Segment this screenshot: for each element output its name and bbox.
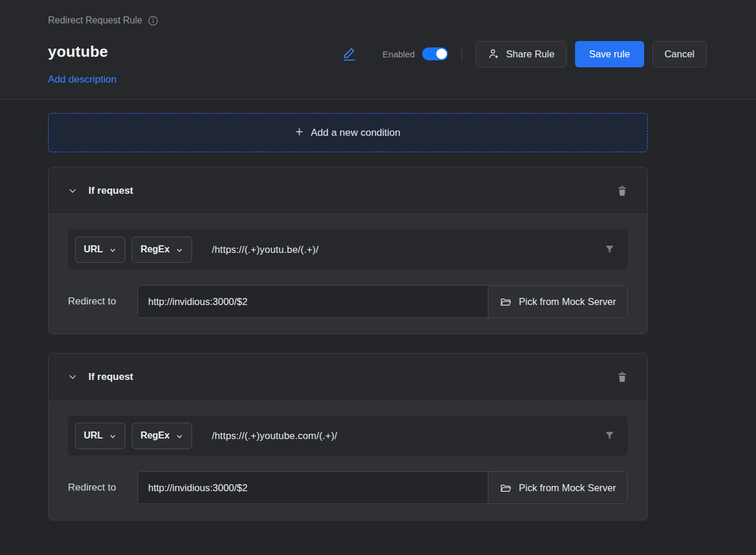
- share-rule-button[interactable]: Share Rule: [476, 41, 567, 67]
- rule-name-title[interactable]: youtube: [48, 43, 108, 61]
- enabled-label: Enabled: [382, 49, 415, 59]
- condition-card-body: URL RegEx /https://(.+)youtube.com/(.+)/…: [49, 400, 647, 520]
- share-rule-label: Share Rule: [506, 49, 555, 60]
- save-rule-button[interactable]: Save rule: [575, 41, 644, 67]
- rule-pairs-container: + Add a new condition If request URL Reg…: [0, 100, 756, 520]
- redirect-input-group: Pick from Mock Server: [138, 285, 628, 318]
- caret-down-icon: [109, 432, 117, 440]
- rule-editor-header: Redirect Request Rule youtube Add descri…: [0, 0, 756, 100]
- source-key-dropdown[interactable]: URL: [75, 237, 125, 263]
- redirect-url-input[interactable]: [138, 286, 488, 317]
- user-plus-icon: [488, 48, 500, 60]
- cancel-button[interactable]: Cancel: [652, 41, 707, 67]
- source-condition-row: URL RegEx /https://(.+)youtu.be/(.+)/: [68, 229, 628, 269]
- source-operator-value: RegEx: [141, 430, 170, 441]
- chevron-down-icon[interactable]: [68, 186, 77, 196]
- rule-type-text: Redirect Request Rule: [48, 15, 142, 26]
- condition-card-header[interactable]: If request: [49, 167, 647, 214]
- source-key-value: URL: [84, 430, 103, 441]
- vertical-divider: [461, 47, 462, 61]
- pick-from-mock-server-label: Pick from Mock Server: [519, 296, 616, 307]
- rule-type-label: Redirect Request Rule: [48, 15, 158, 26]
- redirect-to-label: Redirect to: [68, 482, 138, 494]
- pick-from-mock-server-label: Pick from Mock Server: [519, 482, 616, 494]
- info-circle-icon[interactable]: [148, 16, 158, 26]
- condition-card-title: If request: [88, 371, 134, 383]
- redirect-destination-row: Redirect to Pick from Mock Server: [68, 471, 628, 504]
- edit-rule-name-icon[interactable]: [341, 46, 357, 61]
- source-url-pattern-input[interactable]: /https://(.+)youtu.be/(.+)/: [212, 244, 319, 255]
- delete-condition-icon[interactable]: [617, 371, 628, 383]
- add-condition-label: Add a new condition: [311, 127, 401, 139]
- filter-funnel-icon[interactable]: [604, 430, 615, 441]
- source-key-dropdown[interactable]: URL: [75, 423, 125, 449]
- add-new-condition-button[interactable]: + Add a new condition: [48, 113, 648, 152]
- condition-card-body: URL RegEx /https://(.+)youtu.be/(.+)/ Re…: [49, 214, 647, 334]
- filter-funnel-icon[interactable]: [604, 244, 615, 255]
- redirect-url-input[interactable]: [138, 472, 488, 503]
- redirect-to-label: Redirect to: [68, 296, 138, 307]
- caret-down-icon: [176, 432, 183, 440]
- save-rule-label: Save rule: [589, 49, 630, 60]
- source-operator-dropdown[interactable]: RegEx: [132, 237, 192, 263]
- pick-from-mock-server-button[interactable]: Pick from Mock Server: [488, 472, 627, 503]
- condition-card: If request URL RegEx /https://(.+)youtu.…: [48, 167, 648, 334]
- rule-enabled-toggle[interactable]: [422, 47, 448, 60]
- chevron-down-icon[interactable]: [68, 372, 77, 382]
- plus-icon: +: [295, 125, 303, 139]
- delete-condition-icon[interactable]: [617, 184, 628, 197]
- folder-open-icon: [500, 482, 512, 494]
- redirect-destination-row: Redirect to Pick from Mock Server: [68, 285, 628, 318]
- source-url-pattern-input[interactable]: /https://(.+)youtube.com/(.+)/: [212, 430, 337, 441]
- source-operator-dropdown[interactable]: RegEx: [132, 423, 192, 449]
- add-description-link[interactable]: Add description: [48, 74, 117, 85]
- condition-card-header[interactable]: If request: [49, 354, 647, 400]
- source-key-value: URL: [84, 244, 103, 255]
- source-operator-value: RegEx: [141, 244, 170, 255]
- caret-down-icon: [109, 246, 117, 253]
- pick-from-mock-server-button[interactable]: Pick from Mock Server: [488, 286, 627, 317]
- toggle-knob: [436, 49, 447, 59]
- caret-down-icon: [176, 246, 183, 253]
- condition-card-title: If request: [88, 185, 134, 197]
- folder-open-icon: [500, 296, 512, 308]
- header-actions: Enabled Share Rule Save rule Cancel: [341, 40, 707, 67]
- redirect-input-group: Pick from Mock Server: [138, 471, 628, 504]
- cancel-label: Cancel: [665, 49, 695, 60]
- condition-card: If request URL RegEx /https://(.+)youtub…: [48, 353, 648, 520]
- source-condition-row: URL RegEx /https://(.+)youtube.com/(.+)/: [68, 416, 628, 455]
